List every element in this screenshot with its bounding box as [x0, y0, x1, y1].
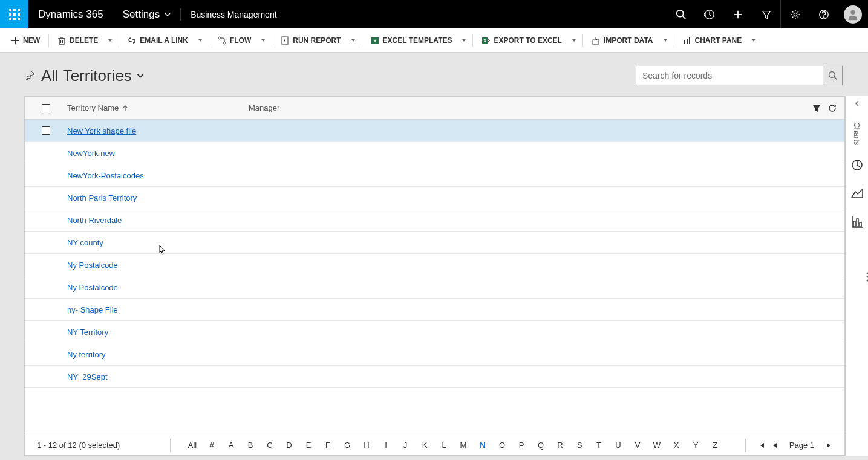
alpha-X[interactable]: X [667, 441, 686, 450]
export-excel-button[interactable]: XEXPORT TO EXCEL [475, 28, 567, 53]
table-row[interactable]: NY_29Sept [25, 366, 844, 388]
run-report-dropdown[interactable] [347, 28, 359, 53]
territory-name-link[interactable]: ny- Shape File [67, 305, 249, 314]
help-button[interactable] [809, 0, 838, 28]
alpha-E[interactable]: E [299, 441, 318, 450]
alpha-Q[interactable]: Q [531, 441, 550, 450]
alpha-T[interactable]: T [589, 441, 609, 450]
filter-icon[interactable] [812, 103, 821, 113]
email-link-dropdown[interactable] [194, 28, 206, 53]
new-button[interactable]: NEW [5, 28, 46, 53]
row-checkbox[interactable] [42, 126, 50, 135]
chart-pane-dropdown[interactable] [748, 28, 760, 53]
advanced-find-button[interactable] [752, 0, 780, 28]
alpha-G[interactable]: G [338, 441, 357, 450]
table-row[interactable]: ny- Shape File [25, 299, 844, 321]
more-options-button[interactable] [866, 271, 868, 284]
next-page-button[interactable] [825, 442, 832, 449]
prev-page-button[interactable] [771, 442, 778, 449]
nav-area-label[interactable]: Business Management [181, 10, 286, 19]
alpha-V[interactable]: V [628, 441, 647, 450]
nav-settings-dropdown[interactable]: Settings [113, 8, 181, 21]
flow-button[interactable]: FLOW [212, 28, 257, 53]
column-header-name[interactable]: Territory Name [67, 103, 249, 112]
alpha-P[interactable]: P [512, 441, 531, 450]
collapse-charts-button[interactable] [853, 100, 861, 109]
alpha-H[interactable]: H [357, 441, 376, 450]
table-row[interactable]: Ny territory [25, 343, 844, 366]
alpha-All[interactable]: All [183, 441, 202, 450]
column-header-manager[interactable]: Manager [249, 103, 812, 112]
alpha-O[interactable]: O [492, 441, 512, 450]
alpha-N[interactable]: N [473, 441, 492, 450]
refresh-icon[interactable] [827, 103, 837, 113]
table-row[interactable]: North Paris Territory [25, 187, 844, 209]
alpha-#[interactable]: # [202, 441, 221, 450]
quick-create-button[interactable] [723, 0, 752, 28]
alpha-F[interactable]: F [318, 441, 338, 450]
pin-icon[interactable] [25, 70, 35, 82]
pie-chart-icon[interactable] [850, 158, 864, 173]
select-all-checkbox[interactable] [42, 104, 50, 112]
app-launcher-button[interactable] [0, 0, 28, 28]
alpha-B[interactable]: B [241, 441, 260, 450]
alpha-A[interactable]: A [221, 441, 241, 450]
svg-rect-43 [860, 222, 861, 227]
territory-name-link[interactable]: NY county [67, 238, 249, 247]
export-excel-dropdown[interactable] [568, 28, 580, 53]
svg-rect-1 [13, 9, 16, 11]
table-row[interactable]: North Riverdale [25, 209, 844, 232]
import-data-dropdown[interactable] [659, 28, 671, 53]
view-selector[interactable]: All Territories [41, 66, 144, 85]
recent-items-button[interactable] [695, 0, 723, 28]
alpha-U[interactable]: U [609, 441, 628, 450]
import-data-button[interactable]: IMPORT DATA [586, 28, 659, 53]
alpha-K[interactable]: K [415, 441, 434, 450]
territory-name-link[interactable]: NY_29Sept [67, 372, 249, 381]
alpha-M[interactable]: M [454, 441, 473, 450]
excel-templates-button[interactable]: XEXCEL TEMPLATES [365, 28, 458, 53]
territory-name-link[interactable]: North Riverdale [67, 216, 249, 225]
table-row[interactable]: New York shape file [25, 120, 844, 142]
settings-gear-button[interactable] [781, 0, 809, 28]
alpha-C[interactable]: C [260, 441, 279, 450]
first-page-button[interactable] [758, 442, 765, 449]
area-chart-icon[interactable] [850, 187, 864, 202]
alpha-R[interactable]: R [550, 441, 570, 450]
alpha-L[interactable]: L [434, 441, 454, 450]
territory-name-link[interactable]: NewYork-Postalcodes [67, 171, 249, 180]
flow-label: FLOW [230, 36, 251, 45]
user-avatar[interactable] [844, 5, 862, 24]
territory-name-link[interactable]: Ny territory [67, 350, 249, 359]
territory-name-link[interactable]: NewYork new [67, 149, 249, 158]
table-row[interactable]: NY county [25, 232, 844, 254]
run-report-button[interactable]: RUN REPORT [275, 28, 347, 53]
flow-dropdown[interactable] [257, 28, 269, 53]
bar-chart-icon[interactable] [850, 215, 864, 230]
delete-button[interactable]: DELETE [51, 28, 104, 53]
search-input[interactable] [636, 66, 823, 85]
alpha-W[interactable]: W [647, 441, 667, 450]
chart-pane-button[interactable]: CHART PANE [677, 28, 748, 53]
table-row[interactable]: NewYork-Postalcodes [25, 164, 844, 187]
alpha-Y[interactable]: Y [686, 441, 705, 450]
email-link-button[interactable]: EMAIL A LINK [122, 28, 194, 53]
table-row[interactable]: Ny Postalcode [25, 254, 844, 276]
search-button[interactable] [823, 66, 843, 85]
table-row[interactable]: Ny Postalcode [25, 276, 844, 299]
table-row[interactable]: NewYork new [25, 142, 844, 164]
alpha-I[interactable]: I [376, 441, 396, 450]
table-row[interactable]: NY Territory [25, 321, 844, 343]
territory-name-link[interactable]: Ny Postalcode [67, 283, 249, 292]
territory-name-link[interactable]: NY Territory [67, 328, 249, 337]
alpha-S[interactable]: S [570, 441, 589, 450]
alpha-J[interactable]: J [396, 441, 415, 450]
alpha-Z[interactable]: Z [705, 441, 725, 450]
territory-name-link[interactable]: Ny Postalcode [67, 261, 249, 270]
territory-name-link[interactable]: North Paris Territory [67, 193, 249, 202]
excel-templates-dropdown[interactable] [458, 28, 470, 53]
global-search-button[interactable] [667, 0, 695, 28]
delete-dropdown[interactable] [104, 28, 116, 53]
alpha-D[interactable]: D [279, 441, 299, 450]
territory-name-link[interactable]: New York shape file [67, 126, 249, 135]
